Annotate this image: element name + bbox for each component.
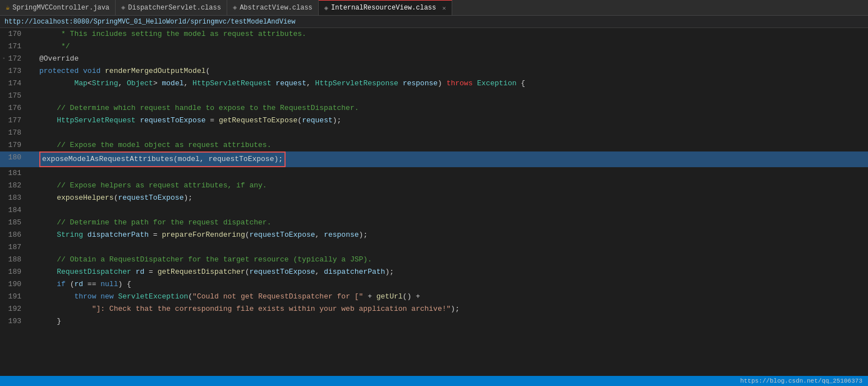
code-row: 187 [0, 241, 868, 254]
code-row: 186 String dispatcherPath = prepareForRe… [0, 229, 868, 241]
code-row: 188 // Obtain a RequestDispatcher for th… [0, 254, 868, 266]
tab-internalresourceview[interactable]: ◈ InternalResourceView.class ✕ [319, 0, 452, 15]
line-number: 187 [0, 241, 28, 254]
code-content: "]: Check that the corresponding file ex… [28, 303, 868, 315]
code-row: 178 [0, 127, 868, 139]
footer-bar: https://blog.csdn.net/qq_25106373 [0, 376, 868, 386]
java-icon: ☕ [6, 3, 10, 12]
code-row: 192 "]: Check that the corresponding fil… [0, 303, 868, 315]
code-content: // Determine which request handle to exp… [28, 102, 868, 114]
line-number: 178 [0, 127, 28, 139]
line-number: 175 [0, 90, 28, 102]
line-number: 190 [0, 278, 28, 291]
tab-bar: ☕ SpringMVCController.java ◈ DispatcherS… [0, 0, 868, 16]
class-icon: ◈ [233, 3, 237, 12]
code-row: 172@Override [0, 53, 868, 65]
line-number: 176 [0, 102, 28, 114]
line-number: 181 [0, 167, 28, 180]
code-content [28, 204, 868, 217]
tab-label: DispatcherServlet.class [128, 4, 221, 12]
line-number: 179 [0, 139, 28, 151]
code-content: Map<String, Object> model, HttpServletRe… [28, 77, 868, 90]
code-row: 193 } [0, 315, 868, 328]
tab-springmvccontroller[interactable]: ☕ SpringMVCController.java [0, 0, 116, 15]
line-number: 173 [0, 65, 28, 77]
code-row: 177 HttpServletRequest requestToExpose =… [0, 114, 868, 127]
code-content [28, 241, 868, 254]
code-row: 171 */ [0, 40, 868, 53]
line-number: 188 [0, 254, 28, 266]
line-number: 186 [0, 229, 28, 241]
code-content: if (rd == null) { [28, 278, 868, 291]
code-content: String dispatcherPath = prepareForRender… [28, 229, 868, 241]
line-number: 184 [0, 204, 28, 217]
class-icon: ◈ [324, 4, 328, 12]
code-row: 183 exposeHelpers(requestToExpose); [0, 192, 868, 204]
code-content: * This includes setting the model as req… [28, 28, 868, 40]
code-row: 170 * This includes setting the model as… [0, 28, 868, 40]
code-content: throw new ServletException("Could not ge… [28, 291, 868, 303]
code-content: exposeModelAsRequestAttributes(model, re… [28, 151, 868, 167]
code-content: HttpServletRequest requestToExpose = get… [28, 114, 868, 127]
code-row: 191 throw new ServletException("Could no… [0, 291, 868, 303]
code-row: 185 // Determine the path for the reques… [0, 217, 868, 229]
code-row: 174 Map<String, Object> model, HttpServl… [0, 77, 868, 90]
line-number: 185 [0, 217, 28, 229]
tab-close-button[interactable]: ✕ [442, 4, 446, 12]
code-content [28, 127, 868, 139]
code-content: // Expose the model object as request at… [28, 139, 868, 151]
url-text: http://localhost:8080/SpringMVC_01_Hello… [4, 18, 295, 26]
code-row: 175 [0, 90, 868, 102]
code-row: 184 [0, 204, 868, 217]
line-number: 174 [0, 77, 28, 90]
code-content: @Override [28, 53, 868, 65]
code-content [28, 167, 868, 180]
code-row: 182 // Expose helpers as request attribu… [0, 180, 868, 192]
code-content: // Expose helpers as request attributes,… [28, 180, 868, 192]
tab-dispatcherservlet[interactable]: ◈ DispatcherServlet.class [116, 0, 227, 15]
line-number: 172 [0, 53, 28, 65]
line-number: 183 [0, 192, 28, 204]
line-number: 171 [0, 40, 28, 53]
tab-label: InternalResourceView.class [331, 4, 436, 12]
line-number: 189 [0, 266, 28, 278]
footer-url: https://blog.csdn.net/qq_25106373 [740, 378, 862, 384]
code-content [28, 90, 868, 102]
line-number: 193 [0, 315, 28, 328]
code-content: exposeHelpers(requestToExpose); [28, 192, 868, 204]
tab-label: AbstractView.class [240, 4, 313, 12]
code-content: // Determine the path for the request di… [28, 217, 868, 229]
code-content: // Obtain a RequestDispatcher for the ta… [28, 254, 868, 266]
tab-abstractview[interactable]: ◈ AbstractView.class [227, 0, 319, 15]
line-number: 170 [0, 28, 28, 40]
code-content: RequestDispatcher rd = getRequestDispatc… [28, 266, 868, 278]
code-table: 170 * This includes setting the model as… [0, 28, 868, 328]
code-row: 176 // Determine which request handle to… [0, 102, 868, 114]
code-row: 173protected void renderMergedOutputMode… [0, 65, 868, 77]
code-row: 189 RequestDispatcher rd = getRequestDis… [0, 266, 868, 278]
code-content: } [28, 315, 868, 328]
class-icon: ◈ [121, 3, 125, 12]
code-editor: 170 * This includes setting the model as… [0, 28, 868, 386]
code-content: protected void renderMergedOutputModel( [28, 65, 868, 77]
code-row: 179 // Expose the model object as reques… [0, 139, 868, 151]
url-bar: http://localhost:8080/SpringMVC_01_Hello… [0, 16, 868, 28]
tab-label: SpringMVCController.java [12, 4, 109, 12]
code-row: 180exposeModelAsRequestAttributes(model,… [0, 151, 868, 167]
line-number: 180 [0, 151, 28, 167]
line-number: 191 [0, 291, 28, 303]
line-number: 182 [0, 180, 28, 192]
line-number: 192 [0, 303, 28, 315]
code-row: 190 if (rd == null) { [0, 278, 868, 291]
code-row: 181 [0, 167, 868, 180]
line-number: 177 [0, 114, 28, 127]
code-content: */ [28, 40, 868, 53]
